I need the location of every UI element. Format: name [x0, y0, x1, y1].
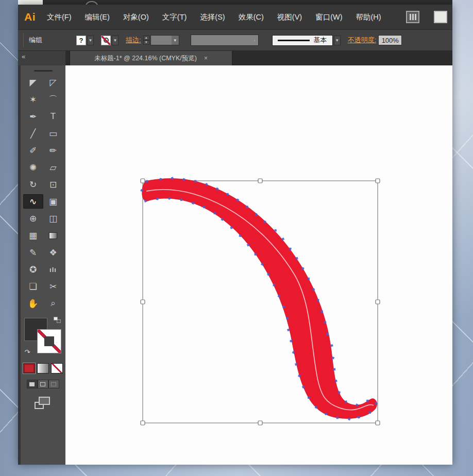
- document-tab[interactable]: 未标题-1* @ 224.16% (CMYK/预览) ×: [70, 51, 232, 65]
- anchor-point[interactable]: [246, 206, 248, 208]
- width-tool[interactable]: ∿: [23, 194, 43, 209]
- stroke-weight-link[interactable]: 描边:: [126, 36, 141, 45]
- anchor-point[interactable]: [333, 368, 336, 371]
- stroke-weight-dropdown[interactable]: ▼: [150, 35, 179, 45]
- rectangle-tool[interactable]: ▭: [43, 126, 63, 141]
- arrange-documents-icon[interactable]: [406, 11, 419, 23]
- anchor-point[interactable]: [255, 253, 257, 256]
- column-graph-tool[interactable]: ılı: [43, 262, 63, 277]
- brush-definition-dropdown[interactable]: 基本: [272, 35, 333, 46]
- anchor-point[interactable]: [180, 198, 183, 201]
- perspective-grid-tool[interactable]: ◫: [43, 211, 63, 226]
- menu-file[interactable]: 文件(F): [47, 12, 72, 22]
- selection-handle[interactable]: [376, 179, 380, 183]
- anchor-point[interactable]: [289, 248, 292, 250]
- anchor-point[interactable]: [239, 234, 241, 237]
- canvas-artboard[interactable]: [65, 65, 452, 465]
- magic-wand-tool[interactable]: ✶: [23, 92, 43, 107]
- selection-handle[interactable]: [141, 300, 145, 304]
- free-transform-tool[interactable]: ▣: [43, 194, 63, 209]
- anchor-point[interactable]: [194, 180, 197, 182]
- pen-tool[interactable]: ✒: [23, 109, 43, 124]
- rotate-tool[interactable]: ↻: [23, 177, 43, 192]
- anchor-point[interactable]: [230, 226, 233, 229]
- anchor-point[interactable]: [216, 188, 218, 190]
- opacity-value-field[interactable]: 100%: [378, 35, 402, 45]
- gradient-tool[interactable]: [43, 228, 63, 243]
- anchor-point[interactable]: [326, 333, 329, 335]
- slice-tool[interactable]: ✂: [43, 279, 63, 294]
- menu-effect[interactable]: 效果(C): [239, 12, 264, 22]
- menu-help[interactable]: 帮助(H): [356, 12, 381, 22]
- symbol-sprayer-tool[interactable]: ✪: [23, 262, 43, 277]
- anchor-point[interactable]: [338, 391, 341, 394]
- menu-object[interactable]: 对象(O): [123, 12, 149, 22]
- anchor-point[interactable]: [308, 278, 310, 280]
- anchor-point[interactable]: [320, 310, 323, 313]
- stroke-dropdown-arrow-icon[interactable]: ▼: [112, 36, 119, 45]
- anchor-point[interactable]: [282, 305, 285, 308]
- shape-builder-tool[interactable]: ⊕: [23, 211, 43, 226]
- menu-edit[interactable]: 编辑(E): [85, 12, 110, 22]
- line-segment-tool[interactable]: ╱: [23, 126, 43, 141]
- panel-drag-handle[interactable]: [34, 70, 53, 72]
- eraser-tool[interactable]: ▱: [43, 160, 63, 175]
- artboard-tool[interactable]: ❏: [23, 279, 43, 294]
- stroke-weight-stepper[interactable]: ▲▼: [143, 36, 149, 45]
- direct-selection-tool[interactable]: ◸: [43, 75, 63, 90]
- zoom-tool[interactable]: ⌕: [43, 296, 63, 311]
- draw-behind-button[interactable]: [38, 380, 48, 388]
- variable-width-profile-dropdown[interactable]: ◦: [191, 35, 259, 46]
- none-button[interactable]: [51, 363, 63, 373]
- screen-mode-button[interactable]: [35, 397, 52, 410]
- fill-dropdown-arrow-icon[interactable]: ▼: [87, 36, 94, 45]
- anchor-point[interactable]: [156, 198, 159, 200]
- selection-handle[interactable]: [376, 421, 380, 425]
- anchor-point[interactable]: [274, 229, 277, 232]
- anchor-point[interactable]: [226, 193, 229, 195]
- toolbar-collapse-button[interactable]: «: [18, 51, 65, 65]
- selection-handle[interactable]: [141, 421, 145, 425]
- tab-close-icon[interactable]: ×: [204, 55, 208, 62]
- fill-color-swatch[interactable]: ?: [76, 36, 86, 45]
- menu-window[interactable]: 窗口(W): [315, 12, 342, 22]
- type-tool[interactable]: T: [43, 109, 63, 124]
- anchor-point[interactable]: [298, 375, 300, 377]
- draw-inside-button[interactable]: [48, 380, 59, 388]
- hand-tool[interactable]: ✋: [23, 296, 43, 311]
- gradient-button[interactable]: [37, 363, 49, 373]
- stroke-color-swatch[interactable]: [101, 36, 111, 45]
- lasso-tool[interactable]: ⌒: [43, 92, 63, 107]
- selection-handle[interactable]: [141, 179, 145, 183]
- artwork-outline[interactable]: [142, 179, 377, 419]
- anchor-point[interactable]: [308, 397, 310, 399]
- paintbrush-tool[interactable]: ✐: [23, 143, 43, 158]
- document-window-icon[interactable]: [434, 11, 447, 23]
- stroke-indicator[interactable]: [37, 329, 61, 353]
- swap-fill-stroke-icon[interactable]: ↷: [25, 348, 30, 356]
- menu-select[interactable]: 选择(S): [200, 12, 225, 22]
- draw-normal-button[interactable]: [27, 380, 38, 388]
- selection-handle[interactable]: [258, 421, 262, 425]
- eyedropper-tool[interactable]: ✎: [23, 245, 43, 260]
- mesh-tool[interactable]: ▦: [23, 228, 43, 243]
- anchor-point[interactable]: [290, 340, 292, 342]
- pencil-tool[interactable]: ✏: [43, 143, 63, 158]
- blob-brush-tool[interactable]: ✺: [23, 160, 43, 175]
- selection-handle[interactable]: [376, 300, 380, 304]
- brush-dropdown-arrow-icon[interactable]: ▼: [334, 36, 341, 45]
- anchor-point[interactable]: [336, 416, 339, 419]
- anchor-point[interactable]: [214, 212, 216, 214]
- scale-tool[interactable]: ⊡: [43, 177, 63, 192]
- anchor-point[interactable]: [366, 400, 368, 402]
- selection-handle[interactable]: [258, 179, 262, 183]
- opacity-link[interactable]: 不透明度:: [348, 36, 377, 45]
- menu-view[interactable]: 视图(V): [277, 12, 302, 22]
- default-swatches-icon[interactable]: [54, 317, 61, 323]
- anchor-point[interactable]: [159, 178, 162, 180]
- menu-type[interactable]: 文字(T): [162, 12, 187, 22]
- blend-tool[interactable]: ❖: [43, 245, 63, 260]
- selection-tool[interactable]: ◤: [23, 75, 43, 90]
- anchor-point[interactable]: [273, 284, 276, 286]
- color-button[interactable]: [23, 363, 35, 373]
